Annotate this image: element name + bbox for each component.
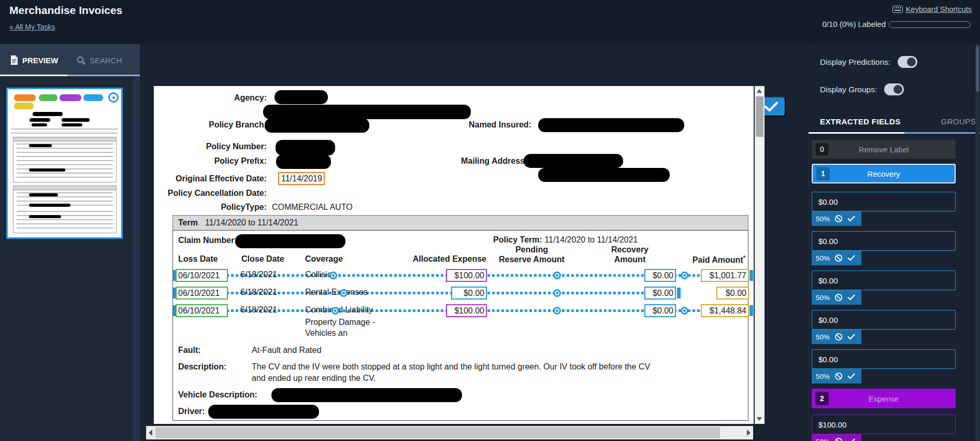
thumb-highlight-orange xyxy=(14,94,36,101)
annotation-point-handle[interactable] xyxy=(681,307,688,315)
thumb-redaction xyxy=(62,123,82,126)
check-icon[interactable] xyxy=(847,216,855,222)
col-coverage: Coverage xyxy=(305,254,343,264)
expense-key: 2 xyxy=(815,392,829,405)
row-end-handle[interactable] xyxy=(750,270,753,281)
tab-preview[interactable]: PREVIEW xyxy=(10,44,58,76)
annotation-recovery-amount[interactable]: $0.00 xyxy=(644,287,676,300)
redaction xyxy=(538,118,684,132)
extracted-field-value[interactable]: $0.00 xyxy=(812,271,956,290)
row-end-handle[interactable] xyxy=(677,288,681,298)
display-predictions-toggle[interactable] xyxy=(898,56,917,68)
extracted-field-value[interactable]: $0.00 xyxy=(812,349,956,369)
document-workspace: Page of 1 Order_Confirmation_14910045d-p… xyxy=(140,44,808,441)
scroll-right-arrow[interactable] xyxy=(747,430,751,436)
toggle-knob xyxy=(893,85,902,94)
check-icon[interactable] xyxy=(847,255,855,261)
thumb-target-icon xyxy=(108,92,119,103)
thumb-highlight-purple xyxy=(60,94,81,101)
annotation-point-handle[interactable] xyxy=(681,272,688,279)
term-value: 11/14/2020 to 11/14/2021 xyxy=(205,218,298,227)
annotation-paid-amount[interactable]: $1,001.77 xyxy=(701,269,749,282)
annotation-point-handle[interactable] xyxy=(553,272,561,279)
ban-icon[interactable] xyxy=(834,293,843,302)
tab-search[interactable]: SEARCH xyxy=(77,44,122,76)
ban-icon[interactable] xyxy=(834,333,843,341)
annotation-paid-amount[interactable]: $0.00 xyxy=(716,287,749,300)
redaction xyxy=(265,118,369,133)
check-icon[interactable] xyxy=(847,438,855,441)
label-class-expense[interactable]: 2 Expense xyxy=(812,389,956,408)
recovery-key: 1 xyxy=(816,167,830,180)
policy-prefix-label: Policy Prefix: xyxy=(154,157,267,166)
sidebar-scrollbar[interactable] xyxy=(134,76,140,441)
row-end-handle[interactable] xyxy=(750,305,753,316)
remove-label-button[interactable]: 0 Remove Label xyxy=(812,140,956,159)
description-line1: The CV and the IV were both stopped at a… xyxy=(252,362,650,372)
claim-number-label: Claim Number: xyxy=(178,236,237,245)
confidence-value: 50% xyxy=(816,294,830,302)
horizontal-scrollbar[interactable] xyxy=(146,426,753,439)
description-line2: and ended up rear ending the CV. xyxy=(252,374,376,383)
annotation-point-handle[interactable] xyxy=(553,289,561,297)
scroll-down-arrow[interactable] xyxy=(757,417,762,421)
document-page[interactable]: Agency: Policy Branch: Named Insured: Po… xyxy=(154,86,754,424)
ban-icon[interactable] xyxy=(834,437,843,441)
redaction xyxy=(208,405,319,419)
keyboard-shortcuts-link[interactable]: Keyboard Shortcuts xyxy=(892,5,972,13)
recovery-label: Recovery xyxy=(830,169,938,178)
annotation-loss-date[interactable]: 06/10/2021 xyxy=(176,287,228,300)
page-thumbnail[interactable] xyxy=(6,88,123,239)
thumb-redaction xyxy=(62,118,90,122)
confidence-tag: 50% xyxy=(812,251,861,265)
label-class-recovery[interactable]: 1 Recovery xyxy=(812,164,956,183)
left-sidebar: PREVIEW SEARCH xyxy=(0,44,140,441)
annotation-recovery-amount[interactable]: $0.00 xyxy=(644,269,676,282)
ban-icon[interactable] xyxy=(834,372,843,380)
check-icon[interactable] xyxy=(847,294,855,301)
redaction xyxy=(275,90,328,104)
named-insured-label: Named Insured: xyxy=(469,120,531,130)
annotation-point-handle[interactable] xyxy=(340,289,348,297)
check-icon[interactable] xyxy=(847,373,855,379)
annotation-original-effective-date[interactable]: 11/14/2019 xyxy=(278,172,325,185)
vertical-scrollbar[interactable] xyxy=(755,86,765,424)
extracted-field-value[interactable]: $0.00 xyxy=(812,231,956,251)
vertical-scrollbar-thumb[interactable] xyxy=(756,96,763,137)
annotation-paid-amount[interactable]: $1,448.84 xyxy=(701,304,749,317)
display-groups-toggle[interactable] xyxy=(884,83,904,95)
labeling-panel: Display Predictions: Display Groups: EXT… xyxy=(808,44,980,441)
scroll-up-arrow[interactable] xyxy=(757,89,762,93)
annotation-allocated-expense[interactable]: $100.00 xyxy=(446,304,487,317)
extracted-field-value[interactable]: $0.00 xyxy=(812,310,956,330)
thumb-redaction xyxy=(33,112,63,116)
annotation-allocated-expense[interactable]: $0.00 xyxy=(451,287,487,300)
annotation-loss-date[interactable]: 06/10/2021 xyxy=(176,304,228,317)
ban-icon[interactable] xyxy=(834,254,843,262)
tab-extracted-fields[interactable]: EXTRACTED FIELDS xyxy=(820,117,901,126)
horizontal-scrollbar-thumb[interactable] xyxy=(155,427,720,438)
extracted-field-value[interactable]: $100.00 xyxy=(812,415,956,434)
annotation-recovery-amount[interactable]: $0.00 xyxy=(644,304,676,317)
app-header: Merchandise Invoices « All My Tasks Keyb… xyxy=(0,0,980,44)
extracted-field-value[interactable]: $0.00 xyxy=(812,192,956,211)
expense-label: Expense xyxy=(829,394,939,403)
annotation-allocated-expense[interactable]: $100.00 xyxy=(446,269,487,282)
check-icon[interactable] xyxy=(847,334,855,340)
coverage-value-line3: Vehicles an xyxy=(305,329,348,338)
policy-number-label: Policy Number: xyxy=(154,142,267,151)
ban-icon[interactable] xyxy=(834,215,843,223)
annotation-point-handle[interactable] xyxy=(332,307,339,315)
confidence-value: 50% xyxy=(816,254,830,262)
panel-scrollbar-thumb[interactable] xyxy=(976,46,979,92)
policy-term-label: Policy Term: xyxy=(493,235,542,244)
annotation-loss-date[interactable]: 06/10/2021 xyxy=(176,269,228,282)
close-date-value: 6/18/2021 xyxy=(240,270,277,279)
col-close-date: Close Date xyxy=(241,254,284,264)
tab-groups[interactable]: GROUPS xyxy=(941,117,976,126)
all-my-tasks-link[interactable]: « All My Tasks xyxy=(9,23,55,31)
annotation-point-handle[interactable] xyxy=(553,307,561,315)
panel-scrollbar[interactable] xyxy=(975,44,979,441)
scroll-left-arrow[interactable] xyxy=(149,430,152,436)
annotation-point-handle[interactable] xyxy=(329,272,337,279)
